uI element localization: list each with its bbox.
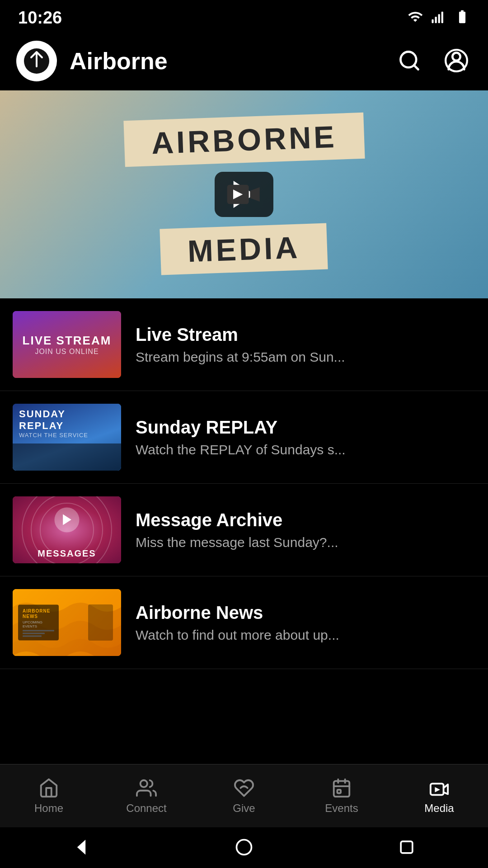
wifi-icon: [408, 9, 423, 26]
nav-item-events[interactable]: Events: [293, 764, 390, 827]
media-desc-live-stream: Stream begins at 9:55am on Sun...: [136, 349, 475, 365]
nav-label-give: Give: [233, 802, 255, 815]
nav-label-connect: Connect: [126, 802, 166, 815]
svg-rect-1: [435, 17, 437, 23]
hero-play-icon: [215, 172, 273, 217]
app-title: Airborne: [70, 47, 394, 75]
app-header: Airborne: [0, 32, 488, 90]
nav-item-connect[interactable]: Connect: [98, 764, 195, 827]
svg-line-6: [414, 65, 418, 69]
android-recents-button[interactable]: [397, 837, 417, 859]
news-second-card: [88, 604, 113, 641]
nav-item-give[interactable]: Give: [195, 764, 293, 827]
nav-label-home: Home: [34, 802, 63, 815]
hero-content: AIRBORNE MEDIA: [124, 117, 364, 272]
bottom-navigation: Home Connect Give Events: [0, 764, 488, 827]
media-title-live-stream: Live Stream: [136, 325, 475, 345]
give-icon: [234, 778, 254, 798]
hero-title-top: AIRBORNE: [123, 113, 365, 167]
svg-rect-24: [401, 841, 413, 853]
thumb-live-stream: LIVE STREAM JOIN US ONLINE: [13, 311, 121, 378]
android-navigation-bar: [0, 827, 488, 868]
status-time: 10:26: [18, 8, 62, 28]
home-icon: [38, 778, 59, 798]
media-title-message-archive: Message Archive: [136, 510, 475, 530]
search-button[interactable]: [394, 45, 425, 77]
events-icon: [331, 778, 352, 798]
status-bar: 10:26: [0, 0, 488, 32]
svg-rect-0: [432, 19, 433, 24]
svg-marker-22: [77, 840, 85, 854]
thumb-airborne-news: AIRBORNENEWS UPCOMING EVENTS: [13, 589, 121, 656]
media-title-airborne-news: Airborne News: [136, 603, 475, 623]
messages-play-icon: [55, 507, 80, 532]
app-logo: [16, 41, 57, 81]
media-desc-sunday-replay: Watch the REPLAY of Sundays s...: [136, 442, 475, 458]
svg-marker-13: [63, 514, 71, 525]
nav-label-events: Events: [325, 802, 358, 815]
battery-icon: [455, 9, 470, 26]
svg-point-23: [237, 840, 252, 854]
hero-play-camera: [215, 172, 273, 217]
thumb-sunday-replay: SUNDAY REPLAY WATCH THE SERVICE: [13, 404, 121, 471]
news-logo-card: AIRBORNENEWS UPCOMING EVENTS: [18, 605, 59, 641]
hero-banner[interactable]: AIRBORNE MEDIA: [0, 90, 488, 298]
media-icon: [429, 778, 450, 798]
svg-rect-2: [438, 14, 440, 23]
media-item-message-archive[interactable]: MESSAGES Message Archive Miss the messag…: [0, 484, 488, 576]
nav-label-media: Media: [424, 802, 454, 815]
signal-icon: [431, 9, 446, 26]
hero-title-bottom: MEDIA: [160, 223, 328, 275]
connect-icon: [136, 778, 157, 798]
media-info-message-archive: Message Archive Miss the message last Su…: [136, 510, 475, 550]
media-list: LIVE STREAM JOIN US ONLINE Live Stream S…: [0, 298, 488, 669]
sunday-replay-label: SUNDAY REPLAY WATCH THE SERVICE: [19, 408, 88, 439]
android-home-button[interactable]: [234, 837, 254, 859]
status-icons: [408, 9, 470, 26]
live-stream-banner: LIVE STREAM JOIN US ONLINE: [13, 311, 121, 378]
android-back-button[interactable]: [71, 837, 91, 859]
media-desc-airborne-news: Watch to find out more about up...: [136, 627, 475, 643]
media-item-airborne-news[interactable]: AIRBORNENEWS UPCOMING EVENTS Airborne Ne…: [0, 576, 488, 669]
nav-spacer: [0, 669, 488, 773]
live-stream-sub: JOIN US ONLINE: [35, 348, 99, 356]
svg-marker-21: [435, 787, 440, 793]
messages-label: MESSAGES: [13, 548, 121, 559]
media-info-live-stream: Live Stream Stream begins at 9:55am on S…: [136, 325, 475, 365]
media-info-sunday-replay: Sunday REPLAY Watch the REPLAY of Sunday…: [136, 417, 475, 458]
media-item-sunday-replay[interactable]: SUNDAY REPLAY WATCH THE SERVICE Sunday R…: [0, 391, 488, 484]
header-actions: [394, 45, 472, 77]
svg-rect-15: [334, 781, 350, 797]
nav-item-home[interactable]: Home: [0, 764, 98, 827]
svg-point-14: [141, 780, 147, 787]
svg-rect-19: [337, 789, 341, 793]
svg-point-7: [452, 52, 460, 60]
live-stream-text: LIVE STREAM: [23, 334, 112, 348]
media-info-airborne-news: Airborne News Watch to find out more abo…: [136, 603, 475, 643]
media-desc-message-archive: Miss the message last Sunday?...: [136, 535, 475, 550]
media-title-sunday-replay: Sunday REPLAY: [136, 417, 475, 438]
media-item-live-stream[interactable]: LIVE STREAM JOIN US ONLINE Live Stream S…: [0, 298, 488, 391]
nav-item-media[interactable]: Media: [390, 764, 488, 827]
thumb-message-archive: MESSAGES: [13, 496, 121, 563]
profile-button[interactable]: [441, 45, 472, 77]
svg-rect-3: [441, 12, 443, 23]
